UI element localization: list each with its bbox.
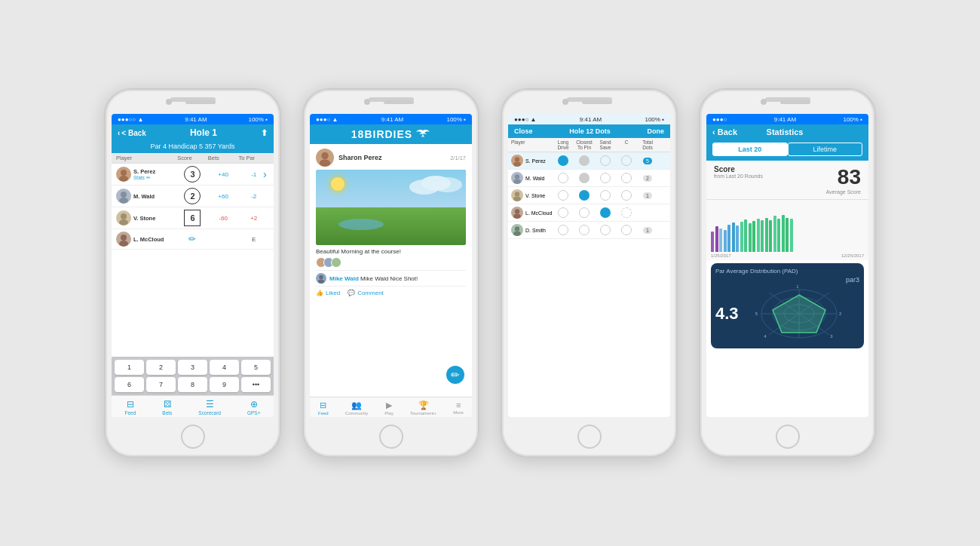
post-caption: Beautiful Morning at the course! <box>316 248 466 255</box>
chart-start-date: 1/25/2017 <box>711 253 731 258</box>
nav-feed[interactable]: ⊟ Feed <box>318 400 329 416</box>
phone-3-status: ●●●○ ▲ 9:41 AM 100% ▪ <box>508 114 670 124</box>
nav-feed[interactable]: ⊟ Feed <box>125 399 136 416</box>
key-3[interactable]: 3 <box>178 360 207 375</box>
phones-container: ●●●○○ ▲ 9:41 AM 100% ▪ ‹ < Back Hole 1 ⬆… <box>81 66 899 480</box>
nav-bets[interactable]: ⚄ Bets <box>162 399 172 416</box>
score-keypad[interactable]: 1 2 3 4 5 6 7 8 9 ••• <box>112 357 274 395</box>
player-info: S. Perez Stats ✏ <box>116 167 177 182</box>
player-info: V. Stone <box>511 189 553 201</box>
nav-tournament[interactable]: 🏆 Tournament+ <box>410 400 436 416</box>
sand-save-dot[interactable] <box>600 207 611 218</box>
nav-gps[interactable]: ⊕ GPS+ <box>247 399 261 416</box>
key-1[interactable]: 1 <box>115 360 144 375</box>
long-drive-dot[interactable] <box>558 190 568 201</box>
phone-2-status: ●●●○ ▲ 9:41 AM 100% ▪ <box>310 114 472 124</box>
long-drive-dot[interactable] <box>558 173 568 183</box>
c-dot[interactable] <box>621 225 632 235</box>
sand-save-dot[interactable] <box>600 225 611 235</box>
c-dot[interactable] <box>621 207 632 218</box>
commenter-name: Mike Wald <box>329 275 359 282</box>
key-4[interactable]: 4 <box>210 360 239 375</box>
long-drive-dot[interactable] <box>558 155 568 166</box>
c-dot[interactable] <box>621 173 632 183</box>
closest-pin-dot[interactable] <box>579 207 590 218</box>
dots-badge: 2 <box>643 175 652 182</box>
long-drive-dot[interactable] <box>558 225 568 235</box>
more-icon: ≡ <box>456 400 461 410</box>
svg-point-10 <box>319 275 323 280</box>
sand-save-dot[interactable] <box>600 155 611 166</box>
tab-last20[interactable]: Last 20 <box>712 143 788 156</box>
bet-value: +60 <box>208 193 239 200</box>
score-chart: 1/25/2017 12/25/2017 <box>706 200 868 260</box>
bottom-nav: ⊟ Feed 👥 Community ▶ Play 🏆 Tournament+ … <box>310 397 472 417</box>
bar <box>777 219 780 252</box>
phone-3-screen: ●●●○ ▲ 9:41 AM 100% ▪ Close Hole 12 Dots… <box>508 114 670 417</box>
like-button[interactable]: 👍 Liked <box>316 290 340 296</box>
player-name: L. McCloud <box>133 236 164 243</box>
avatar <box>511 172 523 184</box>
sand-save-dot[interactable] <box>600 190 611 201</box>
home-button[interactable] <box>379 425 403 449</box>
key-2[interactable]: 2 <box>146 360 176 375</box>
score-table-header: Player Score Bets To Par <box>112 153 274 164</box>
tab-lifetime[interactable]: Lifetime <box>788 143 863 156</box>
phone-4-speaker <box>780 100 810 104</box>
bar <box>727 225 730 252</box>
nav-more[interactable]: ≡ More <box>453 400 464 416</box>
score-section: Score from Last 20 Rounds 83 Average Sco… <box>706 161 868 200</box>
key-9[interactable]: 9 <box>210 377 239 392</box>
c-dot[interactable] <box>621 190 632 201</box>
comment-button[interactable]: 💬 Comment <box>348 290 384 296</box>
bird-logo <box>415 129 430 140</box>
bar <box>757 219 760 252</box>
home-button[interactable] <box>776 425 800 449</box>
done-button[interactable]: Done <box>648 127 665 135</box>
post-avatar <box>316 149 334 167</box>
closest-pin-dot[interactable] <box>579 225 590 235</box>
home-button[interactable] <box>181 425 205 449</box>
back-button[interactable]: ‹ Back <box>712 127 737 136</box>
share-button[interactable]: ⬆ <box>261 128 268 138</box>
closest-pin-dot[interactable] <box>579 173 590 183</box>
bar <box>761 220 764 252</box>
bar <box>769 220 772 252</box>
back-button[interactable]: ‹ < Back <box>118 129 146 137</box>
closest-pin-dot[interactable] <box>579 155 590 166</box>
key-more[interactable]: ••• <box>241 377 271 392</box>
key-6[interactable]: 6 <box>115 377 144 392</box>
like-avatars <box>316 257 338 268</box>
fab-compose[interactable]: ✏ <box>446 366 464 384</box>
comment-text: Mike Wald Nice Shot! <box>360 275 418 282</box>
hole-details: Par 4 Handicap 5 357 Yards <box>112 141 274 153</box>
avatar <box>511 189 523 201</box>
pad-value: 4.3 <box>715 304 739 324</box>
nav-community[interactable]: 👥 Community <box>345 400 368 416</box>
nav-scorecard[interactable]: ☰ Scorecard <box>198 399 221 416</box>
closest-pin-dot[interactable] <box>579 190 590 201</box>
long-drive-dot[interactable] <box>558 207 568 218</box>
key-7[interactable]: 7 <box>146 377 176 392</box>
svg-point-1 <box>119 176 128 182</box>
svg-point-21 <box>513 232 521 236</box>
app-name: 18BIRDIES <box>351 128 412 140</box>
table-row: L. McCloud <box>508 204 670 222</box>
nav-play[interactable]: ▶ Play <box>384 400 394 416</box>
svg-text:2: 2 <box>839 311 842 316</box>
like-icon: 👍 <box>316 290 323 296</box>
table-row: D. Smith 1 <box>508 222 670 239</box>
page-title: Statistics <box>767 127 804 136</box>
sand-save-dot[interactable] <box>600 173 611 183</box>
svg-point-2 <box>121 192 127 198</box>
key-8[interactable]: 8 <box>178 377 207 392</box>
svg-point-13 <box>513 162 521 167</box>
home-button[interactable] <box>577 425 602 449</box>
key-5[interactable]: 5 <box>241 360 271 375</box>
chart-bars <box>711 203 864 252</box>
c-dot[interactable] <box>621 155 632 166</box>
app-header: 18BIRDIES <box>310 124 472 144</box>
table-row: S. Perez Stats ✏ 3 +40 -1 › <box>112 164 274 186</box>
svg-point-3 <box>119 198 128 204</box>
close-button[interactable]: Close <box>514 127 533 135</box>
